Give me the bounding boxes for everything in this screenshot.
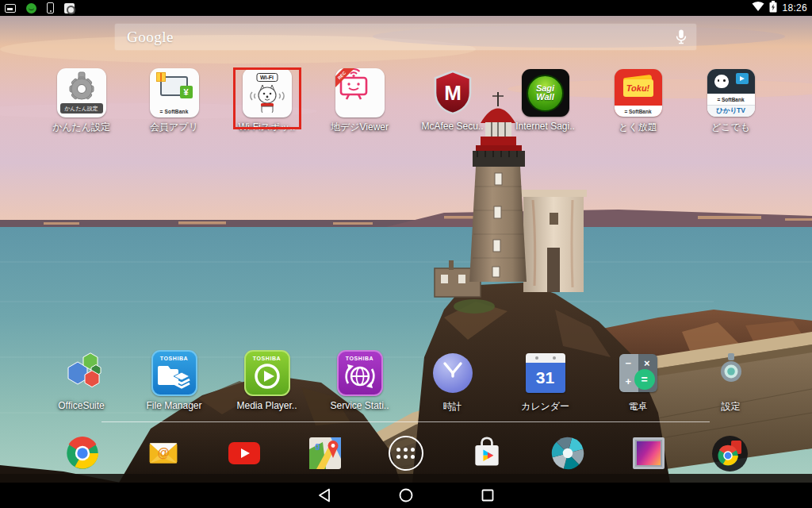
times-symbol: × [644, 357, 650, 369]
app-officesuite[interactable]: OfficeSuite [35, 349, 128, 414]
app-label: 時計 [443, 400, 462, 414]
app-kaiin-app[interactable]: ¥ = SoftBank 会員アプリ [128, 68, 220, 134]
dokodemo-header [707, 69, 755, 94]
file-manager-icon: TOSHIBA [151, 350, 197, 396]
app-label: Service Stati.. [330, 400, 389, 411]
kaiin-app-icon: ¥ = SoftBank [150, 68, 199, 117]
dock-app-drawer[interactable] [388, 435, 424, 471]
officesuite-icon [58, 349, 105, 397]
sagiwall-icon: Sagi Wall [522, 69, 569, 117]
app-calculator[interactable]: − × + = 電卓 [592, 349, 684, 414]
android-home-screen: 18:26 Google [0, 0, 812, 508]
app-calendar[interactable]: 31 カレンダー [499, 349, 592, 414]
folder-icon [712, 436, 748, 471]
app-row-top: かんたん設定 かんたん設定 ¥ = SoftBank 会員アプリ Wi-Fi [35, 68, 777, 134]
toshiba-brand: TOSHIBA [253, 356, 282, 361]
wifi-icon [752, 1, 764, 15]
chideji-viewer-icon: REC [335, 68, 385, 117]
svg-text:@: @ [157, 446, 169, 460]
mcafee-letter: M [444, 81, 462, 105]
app-label: File Manager [146, 400, 201, 411]
kantan-band-text: かんたん設定 [60, 103, 103, 114]
kantan-settings-icon: かんたん設定 [57, 68, 106, 117]
softbank-brand: = SoftBank [615, 106, 662, 117]
plus-symbol: + [626, 375, 632, 387]
google-logo: Google [115, 29, 174, 46]
dock-gallery[interactable] [630, 435, 667, 471]
toku-hodai-icon: Toku! = SoftBank [615, 69, 662, 117]
app-media-player[interactable]: TOSHIBA Media Player.. [220, 349, 313, 414]
app-service-station[interactable]: TOSHIBA Service Stati.. [313, 349, 406, 414]
home-button[interactable] [399, 488, 413, 502]
calculator-icon: − × + = [619, 354, 657, 392]
settings-gear-icon [707, 349, 755, 397]
softbank-brand: = SoftBank [707, 94, 755, 105]
battery-charging-icon [769, 1, 777, 16]
chrome-icon [65, 436, 100, 471]
calendar-icon: 31 [526, 353, 565, 393]
equals-symbol: = [634, 369, 655, 390]
play-badge [736, 73, 749, 84]
mcafee-shield-icon: M [428, 68, 477, 117]
app-wifi-spot[interactable]: Wi-Fi Wi-Fiスポッ.. [220, 68, 313, 134]
clock-time: 18:26 [782, 2, 807, 13]
status-bar: 18:26 [0, 0, 812, 16]
gallery-icon [633, 437, 665, 469]
camera-icon [550, 436, 585, 471]
app-label: McAfee Secu.. [421, 121, 483, 132]
dock-youtube[interactable] [226, 435, 262, 471]
google-search-bar[interactable]: Google [115, 24, 696, 50]
app-label: 電卓 [629, 400, 648, 414]
gift-shape [156, 72, 166, 82]
settings-status-icon [64, 3, 75, 13]
app-internet-sagiwall[interactable]: Sagi Wall Internet Sagi.. [499, 68, 592, 134]
app-label: Internet Sagi.. [515, 121, 575, 132]
app-kantan-settings[interactable]: かんたん設定 かんたん設定 [35, 68, 128, 134]
svg-text:g: g [315, 441, 320, 450]
dock-camera[interactable] [550, 435, 586, 471]
play-store-icon [469, 436, 504, 471]
calendar-day: 31 [526, 363, 565, 393]
sagiwall-circle: Sagi Wall [527, 75, 564, 112]
app-label: かんたん設定 [52, 121, 110, 134]
app-label: どこでも [711, 121, 750, 134]
microphone-icon[interactable] [676, 29, 696, 45]
back-button[interactable] [317, 488, 331, 502]
dock-chrome-folder[interactable] [711, 435, 748, 471]
calendar-rings [526, 353, 565, 363]
app-label: 会員アプリ [150, 121, 198, 134]
dock-play-store[interactable] [469, 435, 505, 471]
app-label: とく放題 [619, 121, 657, 134]
app-label: OfficeSuite [58, 400, 104, 411]
antivirus-status-icon [26, 3, 36, 13]
app-clock[interactable]: 時計 [406, 349, 499, 414]
toshiba-brand: TOSHIBA [160, 356, 189, 361]
email-icon: @ [146, 436, 181, 471]
youtube-icon [228, 442, 260, 464]
navigation-bar [0, 483, 812, 508]
app-label: カレンダー [521, 400, 569, 414]
dock-chrome[interactable] [64, 435, 101, 471]
screenshot-icon [5, 4, 16, 13]
dock-email[interactable]: @ [145, 435, 182, 471]
toku-card-text: Toku! [623, 79, 653, 97]
softbank-brand: = SoftBank [150, 109, 199, 114]
service-station-icon: TOSHIBA [337, 350, 383, 396]
app-mcafee-security[interactable]: M McAfee Secu.. [406, 68, 499, 134]
page-indicator-line [102, 421, 710, 422]
chrome-icon [717, 444, 739, 467]
app-dokodemo[interactable]: = SoftBank ひかりTV どこでも [684, 68, 777, 134]
app-drawer-icon [389, 436, 423, 471]
app-settings[interactable]: 設定 [684, 349, 777, 414]
dokodemo-icon: = SoftBank ひかりTV [707, 69, 755, 117]
minus-symbol: − [626, 357, 632, 369]
app-file-manager[interactable]: TOSHIBA File Manager [128, 349, 220, 414]
maps-icon: g [308, 437, 342, 470]
toshiba-brand: TOSHIBA [346, 356, 374, 361]
dock-maps[interactable]: g [307, 435, 343, 471]
recents-button[interactable] [481, 488, 495, 502]
clock-icon [429, 349, 477, 397]
app-label: 設定 [722, 400, 741, 414]
app-chideji-viewer[interactable]: REC 地デジViewer [313, 68, 406, 134]
app-toku-hodai[interactable]: Toku! = SoftBank とく放題 [592, 68, 684, 134]
